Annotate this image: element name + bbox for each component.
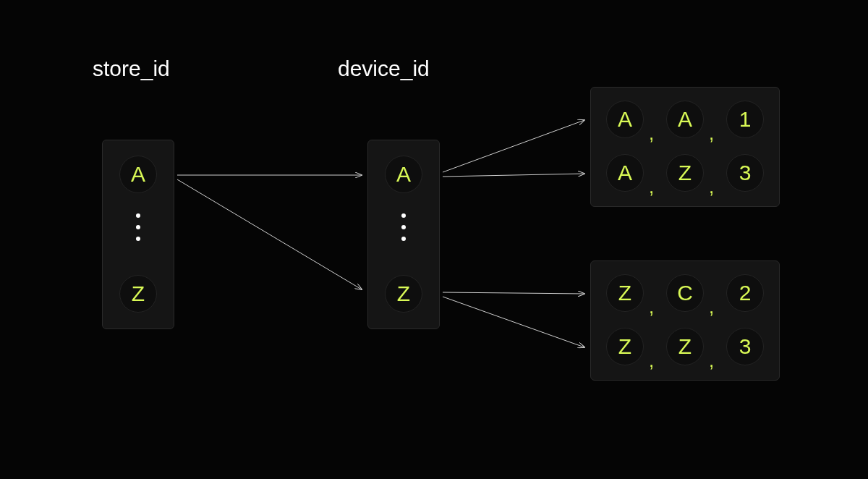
result-top-r2-c3: 3	[726, 154, 764, 192]
store-node-a: A	[119, 156, 157, 193]
result-bottom-r2-c1: Z	[606, 328, 644, 365]
store-ellipsis	[136, 213, 140, 241]
svg-line-2	[443, 120, 584, 172]
device-ellipsis	[401, 213, 406, 241]
panel-store-id: A Z	[102, 140, 174, 329]
svg-line-4	[443, 292, 584, 294]
comma: ,	[649, 122, 654, 145]
result-top-r2-c2: Z	[666, 154, 704, 192]
result-bottom-r2-c3: 3	[726, 328, 764, 365]
comma: ,	[709, 349, 714, 372]
diagram-stage: store_id device_id A Z A Z A , A , 1 A ,…	[0, 0, 868, 479]
result-bottom-r1-c1: Z	[606, 274, 644, 312]
result-bottom-r1-c3: 2	[726, 274, 764, 312]
device-node-z: Z	[385, 275, 422, 313]
svg-line-3	[443, 174, 584, 177]
result-top-r2-c1: A	[606, 154, 644, 192]
panel-result-top: A , A , 1 A , Z , 3	[590, 87, 780, 207]
svg-line-5	[443, 297, 584, 347]
comma: ,	[709, 176, 714, 198]
device-node-a: A	[385, 156, 422, 193]
svg-line-1	[177, 179, 362, 289]
label-store-id: store_id	[93, 56, 170, 81]
comma: ,	[649, 349, 654, 372]
store-node-z: Z	[119, 275, 157, 313]
comma: ,	[709, 296, 714, 318]
comma: ,	[649, 176, 654, 198]
panel-result-bottom: Z , C , 2 Z , Z , 3	[590, 260, 780, 381]
result-bottom-r2-c2: Z	[666, 328, 704, 365]
result-top-r1-c3: 1	[726, 101, 764, 138]
comma: ,	[649, 296, 654, 318]
label-device-id: device_id	[338, 56, 430, 81]
panel-device-id: A Z	[367, 140, 440, 329]
comma: ,	[709, 122, 714, 145]
result-bottom-r1-c2: C	[666, 274, 704, 312]
result-top-r1-c1: A	[606, 101, 644, 138]
result-top-r1-c2: A	[666, 101, 704, 138]
